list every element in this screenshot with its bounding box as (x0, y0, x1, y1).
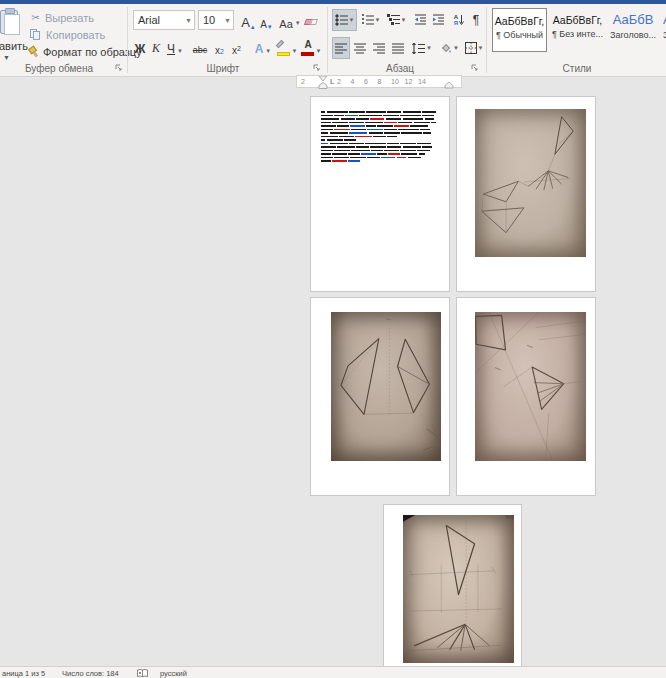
chevron-down-icon[interactable]: ▼ (185, 17, 192, 24)
paste-label: авить (0, 40, 28, 52)
chevron-down-icon[interactable]: ▼ (224, 17, 231, 24)
shrink-font-button[interactable]: А▼ (259, 10, 274, 30)
style-no-spacing[interactable]: АаБбВвГг, ¶ Без инте... (550, 8, 605, 52)
ruler-number: 14 (418, 78, 426, 85)
style-heading1[interactable]: АаБбВ Заголово... (607, 8, 659, 52)
word-count[interactable]: Число слов: 184 (62, 669, 119, 678)
numbering-icon (361, 14, 374, 26)
borders-button[interactable]: ▼ (463, 38, 485, 58)
clipboard-icon (0, 10, 18, 34)
ruler-number: 8 (378, 78, 382, 85)
subscript-icon: х2 (215, 45, 224, 56)
change-case-button[interactable]: Аа▼ (278, 10, 302, 30)
copy-label: Копировать (46, 29, 105, 41)
align-center-button[interactable] (352, 38, 368, 58)
grow-font-icon: А (241, 15, 250, 30)
right-indent-icon[interactable] (444, 81, 454, 89)
font-name-combo[interactable]: Arial ▼ (133, 10, 195, 30)
group-separator (327, 7, 328, 73)
style-name: ¶ Обычный (493, 30, 546, 40)
numbering-button[interactable]: ▼ (359, 10, 382, 30)
cut-label: Вырезать (45, 12, 94, 24)
page-indicator[interactable]: аница 1 из 5 (2, 669, 45, 678)
text-effects-button[interactable]: А▼ (252, 38, 274, 58)
ruler-number: 4 (351, 78, 355, 85)
ruler-number: 10 (391, 78, 399, 85)
italic-icon: К (152, 41, 160, 56)
align-right-button[interactable] (371, 38, 387, 58)
subscript-button[interactable]: х2 (212, 38, 227, 58)
page-3[interactable] (310, 297, 450, 496)
indent-markers-icon[interactable] (318, 76, 328, 89)
shading-button[interactable]: ▼ (437, 38, 461, 58)
decrease-indent-icon (414, 14, 427, 26)
grow-font-button[interactable]: А▲ (240, 10, 257, 30)
superscript-icon: х2 (232, 45, 241, 56)
chevron-down-icon[interactable]: ▼ (3, 54, 10, 61)
tab-stop-icon[interactable]: L (330, 78, 334, 85)
copy-button[interactable]: Копировать (28, 26, 142, 43)
superscript-button[interactable]: х2 (229, 38, 244, 58)
align-left-button[interactable] (333, 38, 349, 58)
clear-formatting-button[interactable] (303, 10, 319, 30)
sort-button[interactable]: АЯ (450, 10, 468, 30)
style-sample: АаБбВвГг, (493, 15, 546, 27)
show-marks-button[interactable]: ¶ (469, 10, 483, 30)
paint-bucket-icon (439, 42, 452, 54)
increase-indent-button[interactable] (430, 10, 446, 30)
proofing-icon[interactable] (137, 669, 148, 678)
photo-drawing-2 (475, 109, 586, 257)
eraser-icon (305, 17, 318, 27)
word-app: авить ▼ ✂ Вырезать Копировать Формат по … (0, 0, 666, 678)
page-4[interactable] (456, 297, 596, 496)
dialog-launcher-font[interactable] (312, 63, 322, 73)
photo-drawing-5 (403, 515, 514, 663)
multilevel-list-button[interactable]: ▼ (385, 10, 408, 30)
bullets-icon (335, 14, 348, 26)
group-separator (486, 7, 487, 73)
underline-button[interactable]: Ч▼ (165, 38, 185, 58)
font-size-value: 10 (203, 14, 215, 26)
ruler-number: 12 (405, 78, 413, 85)
underline-icon: Ч (167, 42, 175, 56)
font-size-combo[interactable]: 10 ▼ (198, 10, 234, 30)
style-normal[interactable]: АаБбВвГг, ¶ Обычный (492, 8, 547, 52)
page-5[interactable] (383, 504, 522, 678)
dialog-launcher-paragraph[interactable] (470, 63, 480, 73)
cut-button[interactable]: ✂ Вырезать (28, 9, 142, 26)
style-sample: АаБбВвГг, (550, 14, 605, 26)
line-spacing-button[interactable]: ▼ (410, 38, 434, 58)
highlight-button[interactable]: ▼ (276, 38, 298, 58)
strikethrough-button[interactable]: abc (190, 38, 210, 58)
font-group-label: Шрифт (130, 62, 316, 76)
page-2[interactable] (456, 96, 596, 292)
justify-button[interactable] (390, 38, 406, 58)
style-heading2[interactable]: А За (661, 8, 666, 52)
style-name: Заголово... (607, 30, 659, 40)
increase-indent-icon (432, 14, 445, 26)
sort-icon: АЯ (454, 14, 458, 26)
ruler[interactable]: 2 L 2468101214 (296, 75, 462, 88)
clipboard-group-label: Буфер обмена (0, 62, 118, 76)
text-effects-icon: А (255, 42, 264, 56)
ruler-number: 6 (364, 78, 368, 85)
italic-button[interactable]: К (150, 38, 162, 58)
language-indicator[interactable]: русский (160, 669, 187, 678)
bullets-button[interactable]: ▼ (333, 10, 356, 30)
line-spacing-icon (412, 43, 425, 54)
justify-icon (392, 43, 404, 54)
page-1[interactable] (310, 96, 450, 292)
clipboard-commands: ✂ Вырезать Копировать Формат по образцу (28, 9, 142, 60)
font-color-button[interactable]: А ▼ (300, 38, 322, 58)
bold-button[interactable]: Ж (133, 38, 147, 58)
style-name: ¶ Без инте... (550, 29, 605, 39)
multilevel-list-icon (387, 14, 400, 26)
status-bar: аница 1 из 5 Число слов: 184 русский (0, 666, 666, 678)
font-color-icon: А (301, 41, 314, 56)
photo-drawing-4 (475, 312, 586, 461)
format-painter-button[interactable]: Формат по образцу (28, 43, 142, 60)
decrease-indent-button[interactable] (412, 10, 428, 30)
dialog-launcher-clipboard[interactable] (114, 63, 124, 73)
shrink-font-icon: А (260, 19, 267, 30)
ribbon: авить ▼ ✂ Вырезать Копировать Формат по … (0, 4, 666, 77)
